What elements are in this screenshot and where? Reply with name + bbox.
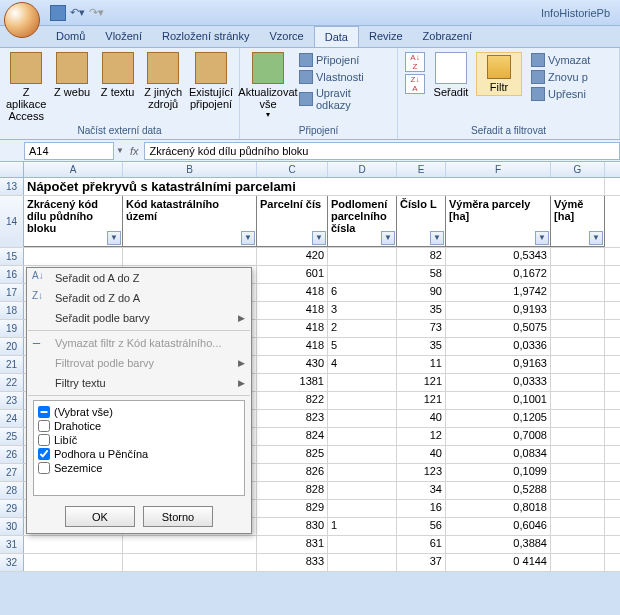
cell[interactable]: 123 bbox=[397, 464, 446, 481]
ext-data-button[interactable]: Z jiných zdrojů bbox=[141, 50, 185, 112]
cell[interactable]: 0,1099 bbox=[446, 464, 551, 481]
row-header[interactable]: 28 bbox=[0, 482, 24, 499]
ext-data-button[interactable]: Z textu bbox=[96, 50, 140, 100]
cell[interactable]: 121 bbox=[397, 374, 446, 391]
cell[interactable]: 16 bbox=[397, 500, 446, 517]
sort-button[interactable]: Seřadit bbox=[430, 50, 472, 100]
filter-item[interactable]: Znovu p bbox=[528, 69, 593, 85]
cell[interactable]: 73 bbox=[397, 320, 446, 337]
row-header[interactable]: 13 bbox=[0, 178, 24, 195]
cell[interactable]: 35 bbox=[397, 302, 446, 319]
cell[interactable]: 833 bbox=[257, 554, 328, 571]
row-header[interactable]: 30 bbox=[0, 518, 24, 535]
filter-option[interactable]: Drahotice bbox=[38, 419, 240, 433]
sort-az-icon[interactable]: A↓Z bbox=[405, 52, 425, 72]
cell[interactable] bbox=[551, 482, 605, 499]
cell[interactable] bbox=[551, 338, 605, 355]
column-header-cell[interactable]: Výměra parcely [ha]▼ bbox=[446, 196, 551, 247]
cell[interactable]: 0,5075 bbox=[446, 320, 551, 337]
filter-option[interactable]: (Vybrat vše) bbox=[38, 405, 240, 419]
ext-data-button[interactable]: Z webu bbox=[50, 50, 94, 100]
select-all[interactable] bbox=[0, 162, 24, 177]
save-icon[interactable] bbox=[50, 5, 66, 21]
cell[interactable] bbox=[328, 554, 397, 571]
cell[interactable] bbox=[551, 248, 605, 265]
cell[interactable] bbox=[328, 446, 397, 463]
cell[interactable] bbox=[551, 536, 605, 553]
row-header[interactable]: 24 bbox=[0, 410, 24, 427]
ok-button[interactable]: OK bbox=[65, 506, 135, 527]
filter-option[interactable]: Podhora u Pěnčína bbox=[38, 447, 240, 461]
cell[interactable]: 40 bbox=[397, 446, 446, 463]
row-header[interactable]: 20 bbox=[0, 338, 24, 355]
cell[interactable]: 1,9742 bbox=[446, 284, 551, 301]
cancel-button[interactable]: Storno bbox=[143, 506, 213, 527]
row-header[interactable]: 17 bbox=[0, 284, 24, 301]
cell[interactable]: 11 bbox=[397, 356, 446, 373]
cell[interactable]: 34 bbox=[397, 482, 446, 499]
cell[interactable]: 0,5343 bbox=[446, 248, 551, 265]
cell[interactable] bbox=[328, 410, 397, 427]
cell[interactable] bbox=[328, 536, 397, 553]
cell[interactable]: 430 bbox=[257, 356, 328, 373]
cell[interactable]: 1381 bbox=[257, 374, 328, 391]
cell[interactable]: 601 bbox=[257, 266, 328, 283]
cell[interactable] bbox=[328, 500, 397, 517]
column-header-cell[interactable]: Výmě [ha]▼ bbox=[551, 196, 605, 247]
cell[interactable]: 3 bbox=[328, 302, 397, 319]
cell[interactable]: 58 bbox=[397, 266, 446, 283]
cell[interactable]: 418 bbox=[257, 284, 328, 301]
cell[interactable] bbox=[551, 374, 605, 391]
cell[interactable] bbox=[551, 446, 605, 463]
cell[interactable]: 420 bbox=[257, 248, 328, 265]
fx-icon[interactable]: fx bbox=[130, 145, 139, 157]
cell[interactable]: 82 bbox=[397, 248, 446, 265]
formula-bar[interactable]: Zkrácený kód dílu půdního bloku bbox=[144, 142, 620, 160]
cell[interactable] bbox=[551, 554, 605, 571]
cell[interactable] bbox=[551, 284, 605, 301]
cell[interactable]: 0,0336 bbox=[446, 338, 551, 355]
cell[interactable]: 121 bbox=[397, 392, 446, 409]
cell[interactable]: 35 bbox=[397, 338, 446, 355]
refresh-all-button[interactable]: Aktualizovat vše▾ bbox=[244, 50, 292, 121]
col-header[interactable]: B bbox=[123, 162, 257, 177]
cell[interactable] bbox=[328, 392, 397, 409]
cell[interactable] bbox=[551, 410, 605, 427]
cell[interactable]: 826 bbox=[257, 464, 328, 481]
dropdown-icon[interactable]: ▼ bbox=[116, 146, 124, 155]
filter-dropdown-icon[interactable]: ▼ bbox=[589, 231, 603, 245]
row-header[interactable]: 25 bbox=[0, 428, 24, 445]
conn-item[interactable]: Připojení bbox=[296, 52, 391, 68]
cell[interactable]: 61 bbox=[397, 536, 446, 553]
col-header[interactable]: F bbox=[446, 162, 551, 177]
row-header[interactable]: 15 bbox=[0, 248, 24, 265]
tab-revize[interactable]: Revize bbox=[359, 26, 413, 47]
cell[interactable]: 0 4144 bbox=[446, 554, 551, 571]
cell[interactable]: 0,9193 bbox=[446, 302, 551, 319]
col-header[interactable]: A bbox=[24, 162, 123, 177]
ext-data-button[interactable]: Existující připojení bbox=[187, 50, 235, 112]
row-header[interactable]: 26 bbox=[0, 446, 24, 463]
cell[interactable]: 418 bbox=[257, 320, 328, 337]
cell[interactable]: 5 bbox=[328, 338, 397, 355]
tab-rozložení stránky[interactable]: Rozložení stránky bbox=[152, 26, 259, 47]
cell[interactable] bbox=[328, 464, 397, 481]
row-header[interactable]: 16 bbox=[0, 266, 24, 283]
cell[interactable] bbox=[551, 500, 605, 517]
filter-button[interactable]: Filtr bbox=[481, 53, 517, 95]
sort-az-item[interactable]: A↓Seřadit od A do Z bbox=[27, 268, 251, 288]
tab-vložení[interactable]: Vložení bbox=[95, 26, 152, 47]
cell[interactable] bbox=[328, 266, 397, 283]
cell[interactable]: 0,1205 bbox=[446, 410, 551, 427]
cell[interactable]: 6 bbox=[328, 284, 397, 301]
row-header[interactable]: 27 bbox=[0, 464, 24, 481]
cell[interactable]: 37 bbox=[397, 554, 446, 571]
cell[interactable]: 40 bbox=[397, 410, 446, 427]
ext-data-button[interactable]: Z aplikace Access bbox=[4, 50, 48, 124]
column-header-cell[interactable]: Kód katastrálního území▼ bbox=[123, 196, 257, 247]
cell[interactable]: 0,9163 bbox=[446, 356, 551, 373]
cell[interactable] bbox=[551, 302, 605, 319]
filter-dropdown-icon[interactable]: ▼ bbox=[312, 231, 326, 245]
tab-data[interactable]: Data bbox=[314, 26, 359, 47]
filter-dropdown-icon[interactable]: ▼ bbox=[107, 231, 121, 245]
